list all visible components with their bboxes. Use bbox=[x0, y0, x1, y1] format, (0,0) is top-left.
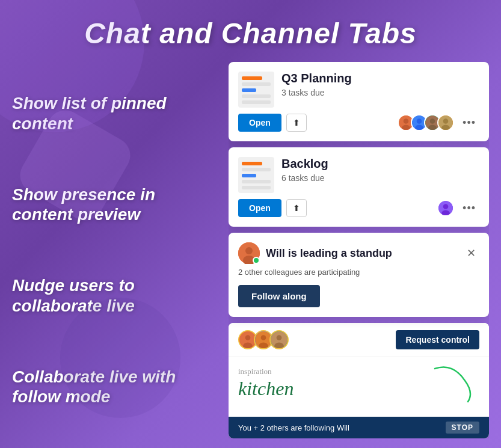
cards-panel: Q3 Planning 3 tasks due Open ⬆ bbox=[229, 62, 489, 438]
svg-point-2 bbox=[402, 124, 410, 130]
following-bar: You + 2 others are following Will STOP bbox=[229, 417, 489, 438]
stop-follow-button[interactable]: STOP bbox=[446, 422, 479, 434]
backlog-more-button[interactable]: ••• bbox=[459, 200, 479, 217]
standup-close-button[interactable]: ✕ bbox=[463, 245, 479, 261]
backlog-card: Backlog 6 tasks due Open ⬆ bbox=[229, 147, 489, 227]
backlog-avatars bbox=[437, 200, 454, 216]
avatar bbox=[437, 114, 454, 131]
q3-info: Q3 Planning 3 tasks due bbox=[281, 72, 479, 97]
standup-description: 2 other colleagues are participating bbox=[238, 268, 479, 277]
live-indicator bbox=[253, 257, 260, 264]
collab-avatars bbox=[238, 330, 289, 349]
q3-open-button[interactable]: Open bbox=[238, 114, 281, 132]
share-icon: ⬆ bbox=[293, 118, 300, 127]
standup-card: Will is leading a standup ✕ 2 other coll… bbox=[229, 233, 489, 317]
svg-point-5 bbox=[415, 124, 423, 130]
svg-point-4 bbox=[417, 118, 422, 124]
standup-avatar bbox=[238, 242, 260, 264]
svg-point-25 bbox=[277, 335, 282, 340]
svg-point-19 bbox=[245, 335, 251, 340]
avatar bbox=[437, 200, 454, 216]
svg-point-14 bbox=[441, 210, 450, 216]
q3-thumbnail bbox=[238, 72, 274, 108]
follow-along-button[interactable]: Follow along bbox=[238, 285, 320, 307]
standup-title: Will is leading a standup bbox=[266, 247, 457, 260]
q3-share-button[interactable]: ⬆ bbox=[286, 114, 307, 132]
collab-card: Request control inspiration kitchen You … bbox=[229, 323, 489, 438]
collab-avatar bbox=[269, 330, 289, 349]
svg-point-22 bbox=[261, 335, 266, 340]
q3-avatars bbox=[398, 114, 454, 131]
backlog-share-button[interactable]: ⬆ bbox=[286, 199, 307, 217]
svg-point-8 bbox=[428, 124, 437, 130]
backlog-thumbnail bbox=[238, 157, 274, 193]
svg-point-10 bbox=[443, 118, 449, 124]
collab-content: inspiration kitchen bbox=[229, 357, 489, 417]
q3-more-button[interactable]: ••• bbox=[459, 114, 479, 132]
q3-title: Q3 Planning bbox=[281, 72, 479, 85]
collab-drawing bbox=[429, 363, 477, 405]
q3-subtitle: 3 tasks due bbox=[281, 88, 479, 97]
following-text: You + 2 others are following Will bbox=[238, 423, 349, 432]
request-control-button[interactable]: Request control bbox=[396, 330, 479, 349]
close-icon: ✕ bbox=[467, 247, 476, 259]
q3-planning-card: Q3 Planning 3 tasks due Open ⬆ bbox=[229, 62, 489, 141]
svg-point-7 bbox=[430, 118, 435, 124]
share-icon: ⬆ bbox=[293, 203, 300, 213]
backlog-info: Backlog 6 tasks due bbox=[281, 157, 479, 183]
svg-point-16 bbox=[245, 247, 253, 254]
svg-point-11 bbox=[441, 124, 450, 130]
backlog-subtitle: 6 tasks due bbox=[281, 173, 479, 183]
backlog-title: Backlog bbox=[281, 157, 479, 171]
backlog-open-button[interactable]: Open bbox=[238, 199, 281, 217]
svg-point-1 bbox=[404, 118, 409, 124]
svg-point-13 bbox=[443, 204, 449, 209]
